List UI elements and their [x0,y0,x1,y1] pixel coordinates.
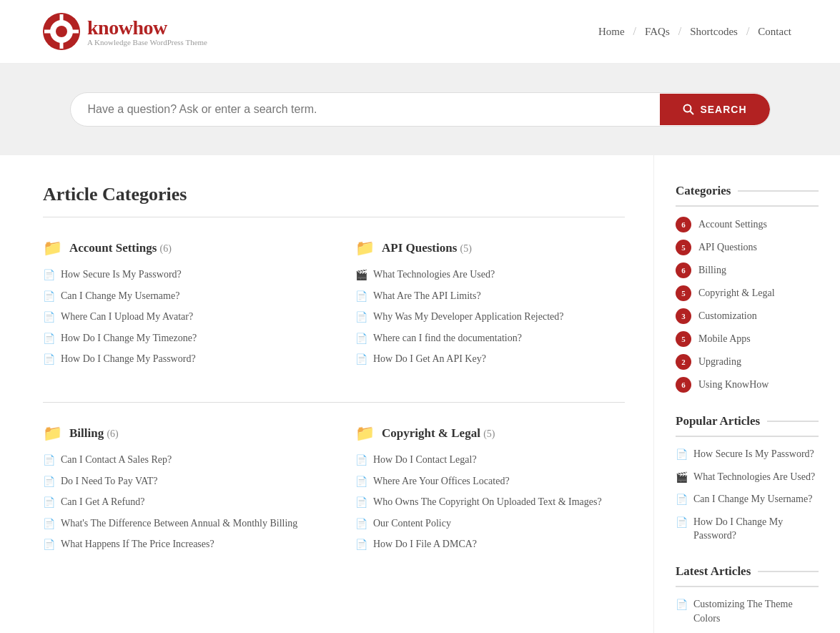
article-link[interactable]: Do I Need To Pay VAT? [61,474,158,489]
folder-icon: 📁 [355,239,375,257]
list-item: 📄Where can I find the documentation? [355,331,625,345]
article-link[interactable]: What Happens If The Price Increases? [61,537,214,551]
sidebar-item-using-knowhow[interactable]: 6 Using KnowHow [676,377,819,393]
article-link[interactable]: Can I Change My Username? [61,289,179,303]
category-title-billing[interactable]: Billing (6) [69,426,119,441]
article-link[interactable]: Why Was My Developer Application Rejecte… [373,310,563,324]
popular-article-link[interactable]: Can I Change My Username? [693,492,812,506]
list-item: 📄How Do I Change My Password? [43,352,312,366]
nav-shortcodes[interactable]: Shortcodes [684,23,743,41]
logo-name: knowhow [87,16,207,39]
badge-upgrading: 2 [676,354,691,370]
nav-faqs[interactable]: FAQs [639,23,676,41]
article-link[interactable]: Where Are Your Offices Located? [373,474,510,489]
article-link[interactable]: What Are The API Limits? [373,289,481,303]
main-nav: Home / FAQs / Shortcodes / Contact [593,23,797,41]
search-input[interactable] [71,93,661,126]
sidebar-categories-section: Categories 6 Account Settings 5 API Ques… [676,184,819,393]
category-count-api-questions: (5) [460,243,472,254]
popular-article-item: 📄 Can I Change My Username? [676,492,819,506]
article-link[interactable]: Where Can I Upload My Avatar? [61,310,193,324]
badge-customization: 3 [676,308,691,324]
article-icon: 📄 [355,333,367,345]
badge-account-settings: 6 [676,217,691,232]
article-link[interactable]: What Technologies Are Used? [373,268,495,282]
list-item: 📄Our Content Policy [355,516,625,531]
popular-article-link[interactable]: What Technologies Are Used? [693,470,815,484]
article-link[interactable]: How Do I File A DMCA? [373,537,477,551]
sidebar-label-api-questions: API Questions [698,242,757,253]
badge-mobile-apps: 5 [676,331,691,347]
sidebar-label-billing: Billing [698,265,726,276]
article-icon: 🎬 [676,471,688,484]
article-icon: 📄 [355,290,367,303]
article-link[interactable]: How Do I Change My Password? [61,352,196,366]
nav-home[interactable]: Home [593,23,631,41]
badge-billing: 6 [676,262,691,278]
list-item: 📄How Secure Is My Password? [43,268,312,282]
sidebar-item-upgrading[interactable]: 2 Upgrading [676,354,819,370]
article-list-billing: 📄Can I Contact A Sales Rep? 📄Do I Need T… [43,453,312,551]
list-item: 📄What Happens If The Price Increases? [43,537,312,551]
article-icon: 📄 [676,599,688,611]
article-link[interactable]: Where can I find the documentation? [373,331,522,345]
article-icon: 📄 [43,496,55,509]
category-title-account-settings[interactable]: Account Settings (6) [69,241,172,255]
folder-icon: 📁 [355,424,375,443]
list-item: 📄How Do I Get An API Key? [355,352,625,366]
list-item: 📄Who Owns The Copyright On Uploaded Text… [355,495,625,509]
sidebar-item-customization[interactable]: 3 Customization [676,308,819,324]
list-item: 📄Why Was My Developer Application Reject… [355,310,625,324]
categories-grid: 📁 Account Settings (6) 📄How Secure Is My… [43,239,625,381]
sidebar-label-customization: Customization [698,310,757,322]
article-link[interactable]: How Do I Get An API Key? [373,352,486,366]
article-link[interactable]: How Secure Is My Password? [61,268,182,282]
category-header-api-questions: 📁 API Questions (5) [355,239,625,257]
sidebar-item-billing[interactable]: 6 Billing [676,262,819,278]
article-link[interactable]: What's The Difference Between Annual & M… [61,516,297,531]
latest-article-link[interactable]: Customizing The Theme Colors [693,597,819,625]
sidebar-popular-section: Popular Articles 📄 How Secure Is My Pass… [676,414,819,543]
sidebar-popular-title: Popular Articles [676,414,819,437]
sidebar-latest-section: Latest Articles 📄 Customizing The Theme … [676,564,819,633]
category-count-account-settings: (6) [160,243,172,254]
sidebar-item-api-questions[interactable]: 5 API Questions [676,240,819,255]
article-link[interactable]: Can I Contact A Sales Rep? [61,453,172,467]
article-list-api-questions: 🎬What Technologies Are Used? 📄What Are T… [355,268,625,366]
category-title-api-questions[interactable]: API Questions (5) [382,241,472,255]
article-link[interactable]: Can I Get A Refund? [61,495,144,509]
article-icon: 📄 [355,518,367,530]
folder-icon: 📁 [43,424,62,443]
popular-article-item: 🎬 What Technologies Are Used? [676,470,819,484]
categories-divider [43,402,625,403]
popular-article-link[interactable]: How Secure Is My Password? [693,447,814,461]
article-link[interactable]: How Do I Change My Timezone? [61,331,197,345]
sidebar-item-account-settings[interactable]: 6 Account Settings [676,217,819,232]
nav-contact[interactable]: Contact [752,23,797,41]
page-title: Article Categories [43,184,625,217]
nav-sep-2: / [678,25,681,38]
list-item: 📄Can I Get A Refund? [43,495,312,509]
popular-article-item: 📄 How Do I Change My Password? [676,515,819,543]
sidebar-item-copyright-legal[interactable]: 5 Copyright & Legal [676,285,819,301]
sidebar-item-mobile-apps[interactable]: 5 Mobile Apps [676,331,819,347]
article-icon: 📄 [43,353,55,365]
article-icon: 📄 [43,539,55,551]
article-icon: 📄 [355,476,367,488]
popular-article-link[interactable]: How Do I Change My Password? [693,515,819,543]
article-icon: 📄 [676,448,688,461]
article-icon: 📄 [43,269,55,281]
article-link[interactable]: Our Content Policy [373,516,451,531]
hero-section: SEARCH [0,64,840,155]
search-button[interactable]: SEARCH [660,94,769,125]
article-link[interactable]: How Do I Contact Legal? [373,453,477,467]
badge-using-knowhow: 6 [676,377,691,393]
article-link[interactable]: Who Owns The Copyright On Uploaded Text … [373,495,602,509]
sidebar-label-mobile-apps: Mobile Apps [698,333,751,345]
category-title-copyright-legal[interactable]: Copyright & Legal (5) [382,426,495,441]
list-item: 🎬What Technologies Are Used? [355,268,625,282]
svg-line-8 [691,112,694,115]
list-item: 📄What's The Difference Between Annual & … [43,516,312,531]
sidebar-label-account-settings: Account Settings [698,219,767,230]
list-item: 📄How Do I Contact Legal? [355,453,625,467]
